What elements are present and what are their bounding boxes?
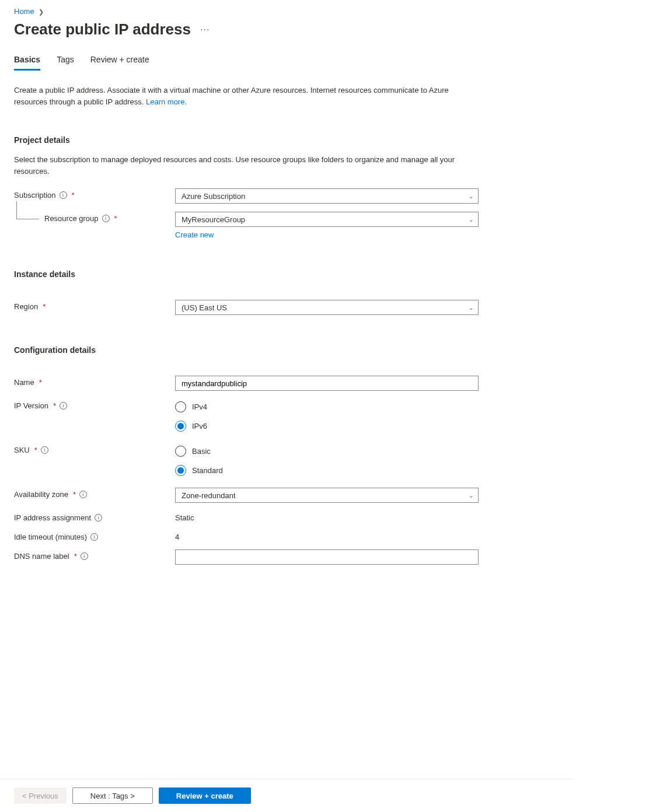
info-icon[interactable]: i	[60, 191, 67, 199]
required-indicator: *	[39, 378, 42, 387]
subscription-label: Subscription i *	[14, 188, 175, 200]
radio-ipv4-label: IPv4	[192, 402, 207, 411]
radio-standard-label: Standard	[192, 466, 223, 475]
sku-label: SKU * i	[14, 443, 175, 454]
subscription-dropdown[interactable]: Azure Subscription ⌄	[175, 188, 479, 204]
dns-name-input[interactable]	[175, 550, 479, 565]
config-details-heading: Configuration details	[14, 345, 560, 355]
resource-group-label: Resource group i *	[14, 212, 175, 223]
idle-timeout-value: 4	[175, 530, 479, 541]
breadcrumb: Home ❯	[14, 0, 560, 20]
info-icon[interactable]: i	[79, 491, 87, 498]
radio-ipv4[interactable]: IPv4	[175, 401, 479, 412]
region-dropdown[interactable]: (US) East US ⌄	[175, 300, 479, 315]
breadcrumb-home[interactable]: Home	[14, 7, 34, 16]
tab-bar: Basics Tags Review + create	[14, 55, 560, 71]
availability-zone-dropdown[interactable]: Zone-redundant ⌄	[175, 488, 479, 503]
tab-review[interactable]: Review + create	[90, 55, 149, 71]
radio-icon	[175, 465, 186, 476]
name-label: Name *	[14, 376, 175, 387]
intro-text: Create a public IP address. Associate it…	[14, 85, 458, 107]
learn-more-link[interactable]: Learn more.	[146, 97, 187, 106]
chevron-down-icon: ⌄	[469, 193, 473, 200]
region-label: Region *	[14, 300, 175, 311]
ip-version-label: IP Version * i	[14, 399, 175, 410]
chevron-down-icon: ⌄	[469, 492, 473, 499]
required-indicator: *	[34, 446, 37, 454]
name-input[interactable]	[175, 376, 479, 391]
info-icon[interactable]: i	[60, 402, 67, 410]
chevron-down-icon: ⌄	[469, 304, 473, 311]
radio-ipv6[interactable]: IPv6	[175, 421, 479, 432]
info-icon[interactable]: i	[95, 514, 102, 522]
chevron-right-icon: ❯	[39, 8, 44, 15]
ip-assignment-label: IP address assignment i	[14, 511, 175, 522]
resource-group-dropdown[interactable]: MyResourceGroup ⌄	[175, 212, 479, 227]
required-indicator: *	[43, 302, 46, 311]
radio-ipv6-label: IPv6	[192, 422, 207, 430]
availability-zone-label: Availability zone * i	[14, 488, 175, 499]
info-icon[interactable]: i	[41, 446, 48, 454]
info-icon[interactable]: i	[81, 552, 88, 560]
project-details-desc: Select the subscription to manage deploy…	[14, 154, 475, 177]
required-indicator: *	[73, 490, 76, 499]
project-details-heading: Project details	[14, 135, 560, 145]
required-indicator: *	[114, 214, 117, 223]
more-actions-icon[interactable]: ···	[200, 24, 210, 35]
idle-timeout-label: Idle timeout (minutes) i	[14, 530, 175, 541]
radio-icon	[175, 446, 186, 457]
chevron-down-icon: ⌄	[469, 216, 473, 223]
ip-assignment-value: Static	[175, 511, 479, 522]
create-new-link[interactable]: Create new	[175, 230, 214, 239]
tab-tags[interactable]: Tags	[57, 55, 74, 71]
dns-name-label: DNS name label * i	[14, 550, 175, 561]
radio-basic-label: Basic	[192, 447, 211, 456]
radio-sku-basic[interactable]: Basic	[175, 446, 479, 457]
radio-icon	[175, 401, 186, 412]
tab-basics[interactable]: Basics	[14, 55, 40, 71]
radio-icon	[175, 421, 186, 432]
page-title: Create public IP address	[14, 20, 191, 38]
info-icon[interactable]: i	[90, 533, 98, 541]
required-indicator: *	[74, 552, 77, 561]
instance-details-heading: Instance details	[14, 270, 560, 279]
radio-sku-standard[interactable]: Standard	[175, 465, 479, 476]
required-indicator: *	[53, 401, 56, 410]
info-icon[interactable]: i	[102, 215, 110, 222]
required-indicator: *	[72, 191, 75, 200]
